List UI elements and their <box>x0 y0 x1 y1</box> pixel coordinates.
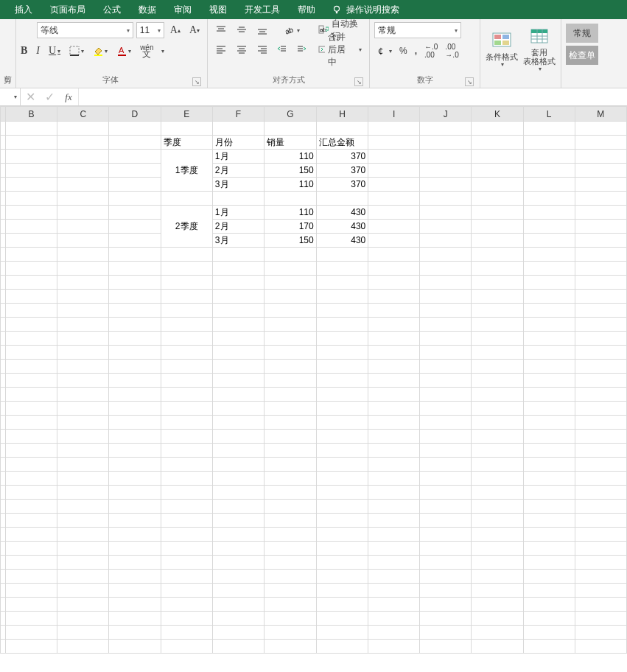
cell[interactable]: 1季度 <box>161 150 212 192</box>
align-center-button[interactable] <box>233 41 251 57</box>
fill-color-button[interactable]: ▾ <box>90 43 111 59</box>
clipboard-label-trunc: 剪 <box>4 31 12 84</box>
decrease-font-button[interactable]: A▾ <box>186 22 203 38</box>
ribbon-tabs: 插入 页面布局 公式 数据 审阅 视图 开发工具 帮助 操作说明搜索 <box>0 0 627 19</box>
tell-me-search[interactable]: 操作说明搜索 <box>332 4 399 16</box>
cell[interactable]: 170 <box>265 220 317 234</box>
increase-decimal-button[interactable]: ←.0.00 <box>421 43 441 59</box>
italic-button[interactable]: I <box>33 43 43 59</box>
svg-rect-41 <box>494 35 501 39</box>
align-bottom-button[interactable] <box>253 22 271 38</box>
tab-insert[interactable]: 插入 <box>6 0 41 19</box>
spreadsheet-grid[interactable]: B C D E F G H I J K L M 季度 月份 销量 汇总金额 1季… <box>0 106 627 672</box>
col-header[interactable]: M <box>575 107 626 122</box>
cancel-button[interactable]: ✕ <box>21 88 40 105</box>
format-table-icon <box>529 26 550 46</box>
orientation-button[interactable]: ab▾ <box>274 22 309 38</box>
cell[interactable]: 1月 <box>212 150 264 164</box>
col-header[interactable]: E <box>161 107 212 122</box>
cell[interactable]: 110 <box>265 178 317 192</box>
number-format-select[interactable]: 常规 ▾ <box>374 22 461 38</box>
cell[interactable]: 销量 <box>265 136 317 150</box>
cell[interactable]: 150 <box>265 164 317 178</box>
enter-button[interactable]: ✓ <box>40 88 59 105</box>
conditional-formatting-label: 条件格式 <box>486 52 518 61</box>
cell[interactable]: 110 <box>265 150 317 164</box>
col-header[interactable]: K <box>472 107 523 122</box>
percent-format-button[interactable]: % <box>396 43 410 59</box>
bold-button[interactable]: B <box>18 43 30 59</box>
tab-formula[interactable]: 公式 <box>94 0 130 19</box>
insert-function-button[interactable]: fx <box>59 88 78 105</box>
cell[interactable]: 430 <box>316 220 368 234</box>
chevron-down-icon: ▾ <box>455 27 458 34</box>
cell[interactable]: 3月 <box>212 178 264 192</box>
increase-font-button[interactable]: A▴ <box>167 22 183 38</box>
font-color-button[interactable]: A▾ <box>113 43 134 59</box>
underline-button[interactable]: U▾ <box>46 43 63 59</box>
col-header[interactable]: C <box>57 107 109 122</box>
cell[interactable]: 2月 <box>212 164 264 178</box>
col-header[interactable]: I <box>368 107 420 122</box>
phonetic-guide-button[interactable]: wén 文 <box>137 43 156 59</box>
style-check-cell-button[interactable]: 检查单 <box>566 46 598 65</box>
tab-page-layout[interactable]: 页面布局 <box>41 0 94 19</box>
cell[interactable]: 汇总金额 <box>316 136 368 150</box>
align-middle-button[interactable] <box>233 22 251 38</box>
align-top-button[interactable] <box>212 22 230 38</box>
col-header[interactable]: D <box>109 107 161 122</box>
formula-input[interactable] <box>78 88 627 105</box>
accounting-format-button[interactable]: ₵▾ <box>374 43 395 59</box>
dialog-launcher-icon[interactable]: ↘ <box>465 77 474 86</box>
col-header[interactable]: F <box>212 107 264 122</box>
cell[interactable]: 430 <box>316 234 368 248</box>
format-as-table-button[interactable]: 套用 表格格式▾ <box>522 22 557 75</box>
cell[interactable]: 2季度 <box>161 206 212 248</box>
align-right-button[interactable] <box>253 41 271 57</box>
decrease-decimal-button[interactable]: .00→.0 <box>442 43 461 59</box>
comma-format-button[interactable]: , <box>412 43 420 59</box>
cell[interactable]: 季度 <box>161 136 212 150</box>
col-header[interactable]: L <box>523 107 575 122</box>
increase-indent-button[interactable] <box>293 41 309 57</box>
tab-developer[interactable]: 开发工具 <box>236 0 289 19</box>
svg-text:₵: ₵ <box>378 46 383 55</box>
group-alignment-label: 对齐方式 <box>273 75 305 84</box>
cell[interactable]: 3月 <box>212 234 264 248</box>
cell[interactable]: 110 <box>265 206 317 220</box>
col-header[interactable]: H <box>316 107 368 122</box>
cell[interactable]: 150 <box>265 234 317 248</box>
decrease-indent-button[interactable] <box>274 41 290 57</box>
font-size-select[interactable]: 11 ▾ <box>136 22 164 38</box>
tab-review[interactable]: 审阅 <box>165 0 200 19</box>
svg-rect-38 <box>319 46 325 52</box>
number-format-value: 常规 <box>378 24 396 37</box>
column-headers-row: B C D E F G H I J K L M <box>1 107 627 122</box>
group-styles-label <box>485 84 556 88</box>
tab-help[interactable]: 帮助 <box>289 0 324 19</box>
dialog-launcher-icon[interactable]: ↘ <box>354 77 363 86</box>
style-normal-button[interactable]: 常规 <box>566 24 598 43</box>
col-header[interactable]: G <box>265 107 317 122</box>
cell[interactable]: 370 <box>316 164 368 178</box>
borders-button[interactable]: ▾ <box>66 43 87 59</box>
col-header[interactable]: J <box>420 107 472 122</box>
cell[interactable]: 2月 <box>212 220 264 234</box>
cell[interactable]: 370 <box>316 178 368 192</box>
cell[interactable]: 月份 <box>212 136 264 150</box>
select-all-corner[interactable] <box>1 107 6 122</box>
cell[interactable]: 370 <box>316 150 368 164</box>
conditional-formatting-button[interactable]: 条件格式▾ <box>485 22 519 75</box>
merge-center-button[interactable]: 合并后居中▾ <box>315 41 365 57</box>
name-box[interactable]: ▾ <box>0 88 21 105</box>
group-clipboard: 剪 <box>0 19 16 88</box>
svg-rect-5 <box>94 55 102 56</box>
tab-view[interactable]: 视图 <box>200 0 236 19</box>
tab-data[interactable]: 数据 <box>130 0 165 19</box>
align-left-button[interactable] <box>212 41 230 57</box>
cell[interactable]: 430 <box>316 206 368 220</box>
dialog-launcher-icon[interactable]: ↘ <box>192 77 201 86</box>
font-name-select[interactable]: 等线 ▾ <box>37 22 133 38</box>
cell[interactable]: 1月 <box>212 206 264 220</box>
col-header[interactable]: B <box>6 107 57 122</box>
